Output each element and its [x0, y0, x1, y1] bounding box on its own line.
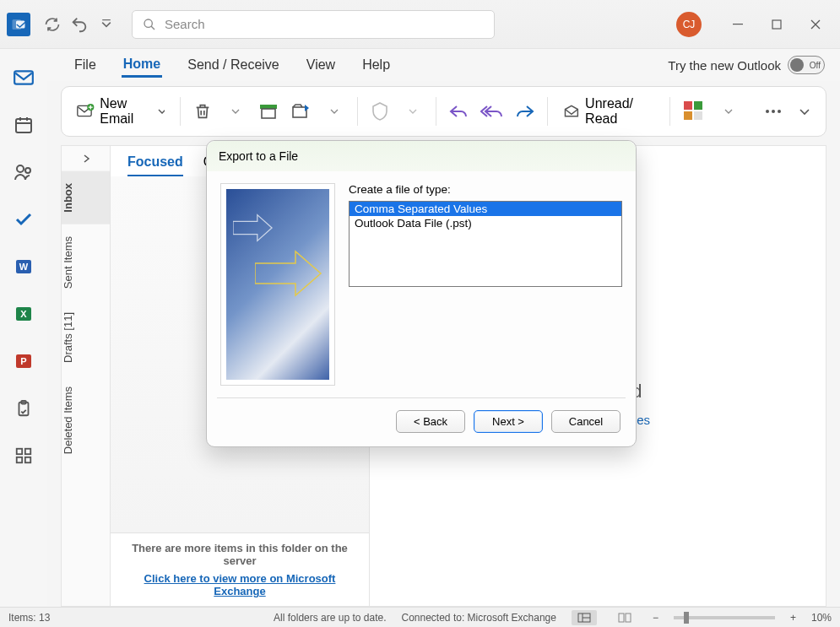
svg-rect-36: [626, 613, 631, 622]
svg-point-33: [778, 110, 781, 113]
folder-deleted[interactable]: Deleted Items: [62, 375, 110, 466]
new-email-button[interactable]: New Email: [73, 93, 168, 130]
app-rail: W X P: [0, 49, 47, 607]
ribbon-collapse[interactable]: [795, 105, 814, 117]
unread-read-button[interactable]: Unread/ Read: [560, 93, 658, 130]
svg-rect-4: [733, 24, 743, 24]
forward-button[interactable]: [514, 99, 535, 124]
folder-drafts[interactable]: Drafts [11]: [62, 300, 110, 375]
option-csv[interactable]: Comma Separated Values: [350, 202, 621, 216]
try-toggle[interactable]: Off: [788, 56, 825, 74]
more-button[interactable]: [762, 99, 783, 124]
svg-rect-35: [619, 613, 624, 622]
file-type-list[interactable]: Comma Separated Values Outlook Data File…: [349, 201, 622, 287]
expand-folders[interactable]: [62, 146, 110, 171]
close-button[interactable]: [796, 11, 835, 38]
search-input[interactable]: Search: [132, 10, 495, 39]
junk-dropdown[interactable]: [403, 99, 424, 124]
status-sync: All folders are up to date.: [274, 612, 386, 624]
categorize-dropdown[interactable]: [718, 99, 739, 124]
rail-mail[interactable]: [12, 66, 35, 89]
cancel-button[interactable]: Cancel: [551, 410, 621, 433]
delete-dropdown[interactable]: [225, 99, 247, 124]
svg-text:W: W: [19, 262, 29, 272]
move-button[interactable]: [291, 99, 312, 124]
rail-people[interactable]: [12, 160, 35, 184]
svg-rect-5: [772, 20, 781, 29]
svg-rect-7: [16, 119, 31, 132]
view-normal[interactable]: [572, 610, 597, 625]
back-button[interactable]: < Back: [396, 410, 465, 433]
folder-sent[interactable]: Sent Items: [62, 224, 110, 300]
rail-excel[interactable]: X: [12, 302, 35, 326]
user-avatar[interactable]: CJ: [676, 12, 702, 37]
more-items-text: There are more items in this folder on t…: [117, 542, 362, 567]
maximize-button[interactable]: [757, 11, 796, 38]
zoom-slider[interactable]: [674, 616, 775, 619]
rail-todo[interactable]: [12, 208, 35, 231]
svg-rect-27: [684, 101, 692, 110]
option-pst[interactable]: Outlook Data File (.pst): [350, 216, 621, 230]
status-items: Items: 13: [8, 612, 50, 624]
dialog-buttons: < Back Next > Cancel: [217, 397, 626, 446]
svg-rect-30: [694, 111, 702, 120]
menu-view[interactable]: View: [305, 54, 337, 76]
toggle-state: Off: [810, 61, 821, 70]
undo-icon[interactable]: [69, 14, 89, 35]
svg-rect-19: [25, 449, 30, 454]
view-reading[interactable]: [612, 610, 637, 625]
outlook-logo: [7, 13, 30, 36]
rail-calendar[interactable]: [12, 113, 35, 137]
svg-rect-28: [694, 101, 702, 110]
menu-help[interactable]: Help: [360, 54, 392, 76]
chevron-down-icon: [158, 107, 165, 116]
svg-point-31: [766, 110, 769, 113]
svg-rect-26: [293, 107, 306, 117]
folder-inbox[interactable]: Inbox: [62, 171, 110, 224]
svg-rect-20: [17, 457, 22, 462]
export-dialog: Export to a File Create a file of type: …: [206, 140, 637, 447]
zoom-plus[interactable]: +: [790, 612, 796, 624]
title-bar: Search CJ: [0, 0, 840, 49]
reply-button[interactable]: [447, 99, 469, 124]
tab-focused[interactable]: Focused: [127, 154, 183, 176]
svg-rect-25: [262, 109, 275, 118]
wizard-image: [220, 183, 335, 386]
window-controls: [718, 11, 835, 38]
junk-button[interactable]: [370, 99, 391, 124]
menu-send-receive[interactable]: Send / Receive: [186, 54, 281, 76]
categorize-button[interactable]: [682, 99, 706, 124]
rail-apps[interactable]: [12, 444, 35, 468]
view-more-link[interactable]: Click here to view more on Microsoft Exc…: [117, 572, 362, 597]
move-dropdown[interactable]: [324, 99, 345, 124]
rail-clipboard[interactable]: [12, 397, 35, 420]
minimize-button[interactable]: [718, 11, 757, 38]
menu-home[interactable]: Home: [122, 53, 162, 78]
file-type-label: Create a file of type:: [349, 183, 622, 196]
avatar-initials: CJ: [683, 19, 696, 30]
zoom-minus[interactable]: −: [653, 612, 658, 624]
search-placeholder: Search: [165, 17, 205, 31]
svg-rect-2: [102, 19, 111, 20]
archive-button[interactable]: [258, 99, 279, 124]
qat-dropdown-icon[interactable]: [96, 14, 117, 35]
menu-file[interactable]: File: [73, 54, 98, 76]
svg-point-8: [17, 165, 24, 172]
ribbon: New Email Unread/ Read: [61, 86, 826, 137]
delete-button[interactable]: [192, 99, 214, 124]
try-label: Try the new Outlook: [668, 58, 781, 73]
unread-read-label: Unread/ Read: [585, 96, 654, 127]
rail-powerpoint[interactable]: P: [12, 349, 35, 373]
svg-point-32: [772, 110, 775, 113]
reply-all-button[interactable]: [480, 99, 502, 124]
quick-access-toolbar: [42, 14, 117, 35]
more-items-bar: There are more items in this folder on t…: [111, 532, 369, 606]
try-new-outlook: Try the new Outlook Off: [668, 56, 825, 74]
new-email-label: New Email: [100, 96, 152, 127]
rail-word[interactable]: W: [12, 255, 35, 278]
svg-rect-18: [17, 449, 22, 454]
status-bar: Items: 13 All folders are up to date. Co…: [0, 607, 840, 627]
svg-text:X: X: [20, 309, 27, 319]
next-button[interactable]: Next >: [474, 410, 543, 433]
sync-icon[interactable]: [42, 14, 62, 35]
